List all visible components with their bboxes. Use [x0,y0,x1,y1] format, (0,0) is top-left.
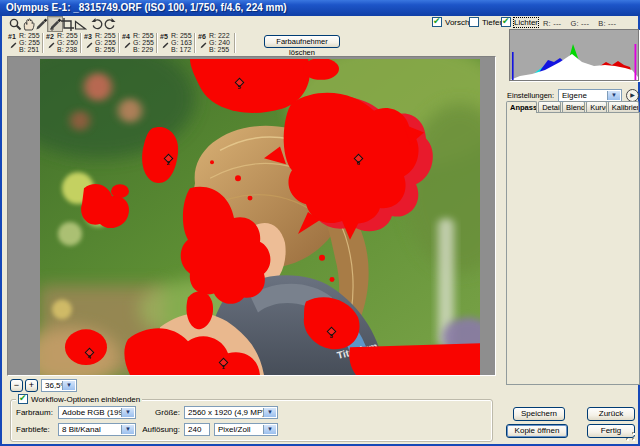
mini-eyedropper-icon [199,42,207,50]
divider [234,33,235,53]
divider [118,33,119,53]
chevron-down-icon: ▼ [607,91,620,100]
divider [156,33,157,53]
checkbox-check-icon [501,17,511,27]
zoom-out-button[interactable]: − [10,379,23,392]
sampler-readout-4: #4 R: 255 G: 255 B: 229 [120,32,156,54]
shadows-checkbox[interactable]: Tiefen [469,17,504,27]
rotate-left-button[interactable] [90,17,104,31]
settings-label: Einstellungen: [507,91,554,100]
save-button[interactable]: Speichern [513,407,565,421]
checkbox-check-icon [432,17,442,27]
photo-image: Titanium [40,59,480,375]
workflow-options-label: Workflow-Optionen einblenden [31,395,140,404]
chevron-down-icon: ▼ [263,408,276,417]
resolution-input[interactable]: 240 [184,423,210,436]
colorspace-select[interactable]: Adobe RGB (1998)▼ [58,406,136,419]
magnifier-icon [8,17,22,31]
size-select[interactable]: 2560 x 1920 (4,9 MP)▼ [184,406,278,419]
camera-raw-dialog: Olympus E-1: _8315749.ORF (ISO 100, 1/75… [0,0,640,446]
image-preview-pane[interactable]: Titanium [7,56,496,376]
clear-samplers-button[interactable]: Farbaufnehmer löschen [264,35,340,48]
adjust-tab-panel [506,112,640,385]
histogram [509,29,639,81]
rotate-right-button[interactable] [103,17,117,31]
zoom-level-select[interactable]: 36,5%▼ [41,379,77,392]
sampler-readout-1: #1 R: 255 G: 255 B: 251 [6,32,42,54]
open-copy-button[interactable]: Kopie öffnen [506,424,568,438]
cancel-button[interactable]: Zurück [587,407,635,421]
resize-grip[interactable] [625,431,637,443]
checkbox-empty-icon [469,17,479,27]
divider [80,33,81,53]
straighten-triangle-icon [73,17,87,31]
mini-eyedropper-icon [47,42,55,50]
resolution-unit-select[interactable]: Pixel/Zoll▼ [214,423,278,436]
mini-eyedropper-icon [123,42,131,50]
resolution-label: Auflösung: [130,425,180,434]
divider [42,33,43,53]
rotate-ccw-icon [90,17,104,31]
checkbox-check-icon [18,394,28,404]
mini-eyedropper-icon [85,42,93,50]
zoom-in-button[interactable]: + [25,379,38,392]
zoom-tool-button[interactable] [8,17,22,31]
eyedropper-icon [34,17,48,31]
window-title: Olympus E-1: _8315749.ORF (ISO 100, 1/75… [6,2,287,13]
highlights-checkbox[interactable]: Lichter [501,17,538,27]
chevron-down-icon: ▼ [62,381,75,390]
crop-icon [60,17,74,31]
zoom-controls: − + 36,5%▼ [2,378,202,393]
divider [194,33,195,53]
photo-canvas[interactable]: Titanium [40,59,480,375]
sampler-readout-5: #5 R: 255 G: 163 B: 172 [158,32,194,54]
hand-icon [21,17,35,31]
histogram-plot [510,30,638,80]
depth-select[interactable]: 8 Bit/Kanal▼ [58,423,136,436]
crop-tool-button[interactable] [60,17,74,31]
mini-eyedropper-icon [9,42,17,50]
straighten-tool-button[interactable] [73,17,87,31]
rgb-readout: R: --- G: --- B: --- [543,19,616,28]
tab-anpassen[interactable]: Anpassen [506,101,537,113]
sampler-readout-2: #2 R: 255 G: 250 B: 238 [44,32,80,54]
colorspace-label: Farbraum: [16,408,53,417]
white-balance-tool-button[interactable] [34,17,48,31]
rotate-cw-icon [103,17,117,31]
sampler-readout-6: #6 R: 222 G: 240 B: 255 [196,32,232,54]
mini-eyedropper-icon [161,42,169,50]
highlights-checkbox-label: Lichter [514,18,538,27]
window-titlebar[interactable]: Olympus E-1: _8315749.ORF (ISO 100, 1/75… [0,0,640,16]
sampler-readout-3: #3 R: 255 G: 255 B: 255 [82,32,118,54]
hand-tool-button[interactable] [21,17,35,31]
color-sampler-strip: #1 R: 255 G: 255 B: 251 #2 R: 255 G: 250… [2,32,499,54]
size-label: Größe: [130,408,180,417]
chevron-down-icon: ▼ [263,425,276,434]
depth-label: Farbtiefe: [16,425,50,434]
workflow-options-checkbox[interactable]: Workflow-Optionen einblenden [16,394,142,404]
